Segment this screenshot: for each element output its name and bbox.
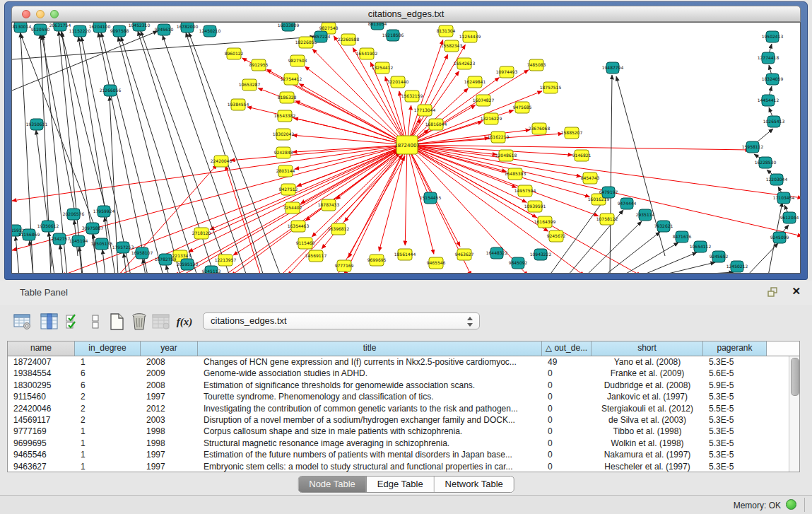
graph-node-label: 2935114 [636,212,655,217]
graph-node-label: 9120550 [31,27,50,32]
create-column-icon[interactable] [106,311,127,332]
cell-short: Franke et al. (2009) [592,368,703,379]
column-header-title[interactable]: title [198,341,542,356]
cell-pagerank: 5.3E-5 [703,426,767,437]
table-mode-icon[interactable] [12,311,33,332]
graph-node-label: 6479197 [599,189,618,194]
function-builder-icon[interactable]: f(x) [174,311,195,332]
graph-node-label: 9097588 [110,28,129,33]
graph-node-label: 12450210 [199,28,221,33]
tab-node-table[interactable]: Node Table [298,477,367,492]
graph-node-label: 18561444 [394,252,416,257]
cell-pagerank: 5.3E-5 [703,461,767,472]
cell-year: 1997 [141,449,198,460]
selection-mode-icon[interactable] [63,311,84,332]
graph-node-label: 13216229 [481,116,502,121]
graph-node-label: 9827548 [319,25,339,30]
graph-node-label: 22260588 [338,37,360,42]
graph-node-label: 16816044 [425,122,447,127]
table-row[interactable]: 1872400712008Changes of HCN gene express… [8,356,789,368]
show-columns-icon[interactable] [39,311,60,332]
graph-node-label: 19218586 [382,33,404,37]
table-row[interactable]: 977716911998Corpus callosum shape and si… [8,426,789,437]
cell-year: 2008 [141,356,198,368]
table-row[interactable]: 1938455462009Genome-wide association stu… [8,368,789,379]
close-button[interactable] [22,10,30,18]
cell-in_degree: 2 [75,391,141,402]
cell-year: 2009 [141,368,198,379]
graph-node-label: 16782759 [155,257,177,262]
column-header-name[interactable]: name [8,341,75,356]
graph-node-label: 16541902 [356,51,378,56]
graph-node-label: 22048618 [495,153,517,158]
graph-node-label: 9699695 [367,257,387,262]
minimize-button[interactable] [36,10,45,18]
graph-node-label: 10654112 [690,244,712,249]
citation-edge-red [379,145,407,251]
table-row[interactable]: 946362711997Embryonic stem cells: a mode… [8,461,789,472]
row-height-icon[interactable] [85,311,106,332]
network-canvas[interactable]: 1822605898275031275441281863281654338218… [11,22,801,274]
table-row[interactable]: 1830029562008Estimation of significance … [8,380,789,391]
tab-edge-table[interactable]: Edge Table [367,477,435,492]
graph-node-label: 9245113 [202,269,221,274]
cell-name: 9699695 [8,438,75,449]
graph-node-label: 16228530 [755,160,777,165]
table-row[interactable]: 946554611997Estimation of the future num… [8,449,789,460]
table-header-row: namein_degreeyeartitle△ out_de...shortpa… [8,341,799,356]
graph-node-label: 23676068 [529,126,551,131]
memory-status-indicator[interactable] [786,499,796,510]
column-header-short[interactable]: short [592,341,703,356]
graph-node-label: 12774418 [758,55,779,60]
column-header-year[interactable]: year [141,341,198,356]
delete-table-icon[interactable] [151,311,172,332]
float-window-icon[interactable] [767,286,779,298]
column-header-in_degree[interactable]: in_degree [75,341,141,356]
graph-node-label: 18787433 [318,202,340,207]
cell-out_de: 0 [542,391,592,402]
network-view-window: citations_edges.txt 18226058982750312754… [4,1,808,280]
cell-in_degree: 1 [75,461,141,472]
graph-node-label: 16782000 [177,24,199,29]
graph-node-label: 7485083 [527,62,546,67]
graph-node-label: 8912955 [249,62,269,67]
graph-node-label: 1145194 [69,238,88,243]
cell-out_de: 0 [542,449,592,460]
table-row[interactable]: 911546021997Tourette syndrome. Phenomeno… [8,391,789,402]
graph-node-label: 20595133 [177,262,199,267]
table-type-tabs: Node TableEdge TableNetwork Table [298,476,514,493]
graph-node-label: 9463627 [455,252,474,257]
window-title: citations_edges.txt [12,6,800,21]
vertical-scrollbar[interactable] [789,356,799,472]
table-row[interactable]: 969969511998Structural magnetic resonanc… [8,438,789,449]
scrollbar-thumb[interactable] [791,358,799,396]
zoom-button[interactable] [50,10,59,18]
graph-node-label: 21266056 [100,88,122,93]
close-panel-icon[interactable]: ✕ [792,285,801,298]
graph-node-label: 8471676 [673,234,692,239]
cell-title: Genome-wide association studies in ADHD. [198,368,542,379]
cell-out_de: 0 [542,368,592,379]
network-window-titlebar[interactable]: citations_edges.txt [11,6,801,22]
graph-node-label: 14569117 [305,253,327,258]
cell-out_de: 0 [542,414,592,426]
graph-node-label: 17957253 [112,245,134,250]
citation-network-graph: 1822605898275031275441281863281654338218… [12,23,801,274]
column-header-out_de[interactable]: △ out_de... [542,341,592,356]
citation-edge-red [312,145,407,237]
graph-node-label: 12203044 [766,177,788,182]
graph-node-label: 7857224 [312,34,331,39]
table-selector-dropdown[interactable]: citations_edges.txt [203,313,480,329]
graph-node-label: 8427512 [279,187,298,192]
citation-edge-black [641,252,697,274]
citation-edge-black [659,262,715,274]
table-row[interactable]: 1456911722003Disruption of a novel membe… [8,414,789,426]
graph-node-label: 9146821 [572,153,592,158]
graph-node-label: 16396812 [328,226,350,231]
cell-name: 18300295 [8,380,75,391]
column-header-pagerank[interactable]: pagerank [703,341,767,356]
table-row[interactable]: 2242004622012Investigating the contribut… [8,403,789,414]
graph-node-label: 16074827 [473,98,495,103]
tab-network-table[interactable]: Network Table [435,477,514,492]
delete-column-icon[interactable] [129,311,150,332]
